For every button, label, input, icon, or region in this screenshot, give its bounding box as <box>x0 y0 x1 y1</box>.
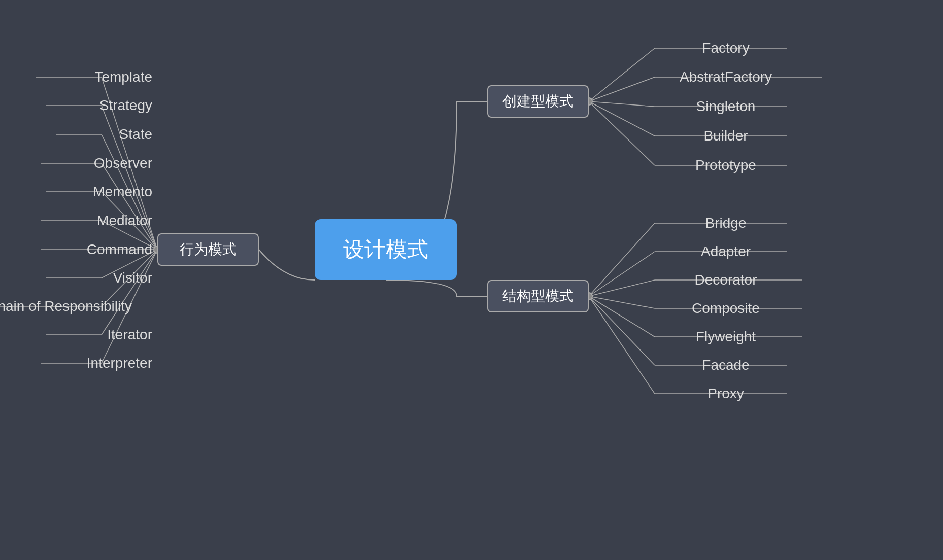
svg-line-0 <box>589 48 655 101</box>
svg-line-8 <box>589 101 655 165</box>
leaf-observer: Observer <box>30 151 152 176</box>
svg-line-22 <box>589 296 655 394</box>
leaf-prototype: Prototype <box>665 153 787 178</box>
leaf-interpreter: Interpreter <box>30 351 152 376</box>
behavioral-branch-node: 行为模式 <box>157 233 259 266</box>
leaf-facade: Facade <box>665 353 787 378</box>
leaf-memento: Memento <box>30 179 152 204</box>
structural-branch-node: 结构型模式 <box>487 280 589 312</box>
leaf-factory: Factory <box>665 36 787 61</box>
leaf-builder: Builder <box>665 123 787 149</box>
leaf-adapter: Adapter <box>665 239 787 264</box>
leaf-composite: Composite <box>665 296 787 321</box>
leaf-iterator: Iterator <box>30 322 152 347</box>
svg-line-12 <box>589 252 655 296</box>
leaf-decorator: Decorator <box>665 267 787 293</box>
leaf-state: State <box>30 122 152 147</box>
creational-branch-node: 创建型模式 <box>487 85 589 118</box>
svg-line-10 <box>589 223 655 296</box>
svg-line-2 <box>589 77 655 101</box>
leaf-command: Command <box>30 237 152 262</box>
leaf-mediator: Mediator <box>30 208 152 233</box>
leaf-visitor: Visitor <box>30 265 152 291</box>
leaf-flyweight: Flyweight <box>665 324 787 349</box>
leaf-bridge: Bridge <box>665 211 787 236</box>
svg-line-14 <box>589 280 655 296</box>
leaf-strategy: Strategy <box>30 93 152 118</box>
svg-line-6 <box>589 101 655 136</box>
leaf-template: Template <box>30 64 152 90</box>
center-node: 设计模式 <box>315 219 457 280</box>
leaf-abstratfactory: AbstratFactory <box>665 64 787 90</box>
leaf-chain-of-responsibility: Chain of Responsibility <box>0 294 132 319</box>
svg-line-4 <box>589 101 655 107</box>
leaf-singleton: Singleton <box>665 94 787 119</box>
leaf-proxy: Proxy <box>665 381 787 406</box>
